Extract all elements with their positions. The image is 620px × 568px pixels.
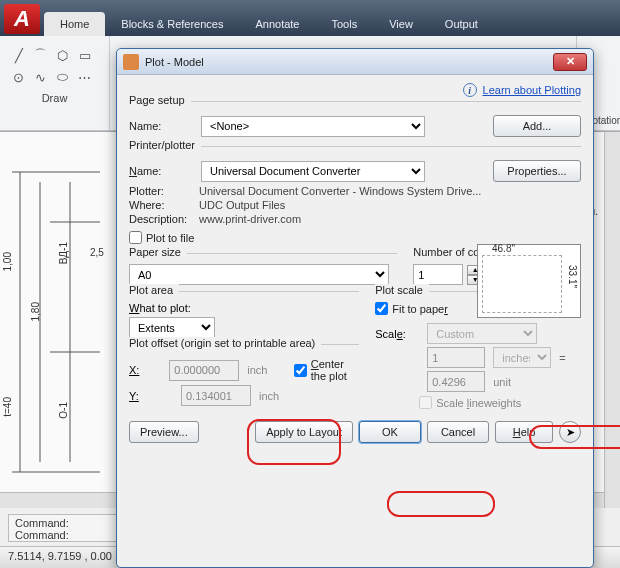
annotation-highlight [387,491,495,517]
ribbon-tab-home[interactable]: Home [44,12,105,36]
group-title: Paper size [129,246,187,258]
what-to-plot-select[interactable]: Extents [129,317,215,338]
group-title: Plot offset (origin set to printable are… [129,337,321,349]
paper-size-select[interactable]: A0 [129,264,389,285]
group-title: Plot scale [375,284,429,296]
copies-input[interactable] [413,264,463,285]
plot-to-file-checkbox[interactable] [129,231,142,244]
dialog-titlebar[interactable]: Plot - Model ✕ [117,49,593,75]
dialog-title: Plot - Model [145,56,553,68]
description-label: Description: [129,213,199,225]
group-title: Printer/plotter [129,139,201,151]
center-the-plot-checkbox[interactable] [294,364,307,377]
scale-unit-select: inches [493,347,551,368]
fit-to-paper-label: Fit to paper [392,303,448,315]
plot-to-file-label: Plot to file [146,232,194,244]
scale-select: Custom [427,323,537,344]
scale-label: Scale: [375,328,419,340]
ribbon-tab-view[interactable]: View [373,12,429,36]
learn-about-plotting-link[interactable]: Learn about Plotting [483,84,581,96]
status-coords: 7.5114, 9.7159 , 0.00 [8,550,112,562]
page-setup-name-select[interactable]: <None> [201,116,425,137]
plot-dialog: Plot - Model ✕ i Learn about Plotting Pa… [116,48,594,568]
scale-numerator-input [427,347,485,368]
preview-button[interactable]: Preview... [129,421,199,443]
close-button[interactable]: ✕ [553,53,587,71]
offset-y-input [181,385,251,406]
info-icon[interactable]: i [463,83,477,97]
printer-plotter-group: Printer/plotter Name: Universal Document… [129,146,581,253]
what-to-plot-label: What to plot: [129,302,359,314]
add-button[interactable]: Add... [493,115,581,137]
group-title: Page setup [129,94,191,106]
name-label: Name: [129,120,193,132]
description-value: www.print-driver.com [199,213,301,225]
ok-button[interactable]: OK [359,421,421,443]
printer-name-select[interactable]: Universal Document Converter [201,161,425,182]
offset-y-label: Y: [129,390,173,402]
ribbon-tab-tools[interactable]: Tools [316,12,374,36]
preview-height-label: 33.1'' [567,265,578,288]
help-button[interactable]: Help [495,421,553,443]
plotter-value: Universal Document Converter - Windows S… [199,185,481,197]
scale-denominator-input [427,371,485,392]
where-label: Where: [129,199,199,211]
scale-lineweights-checkbox [419,396,432,409]
properties-button[interactable]: Properties... [493,160,581,182]
printer-name-label: Name: [129,165,193,177]
dialog-icon [123,54,139,70]
cancel-button[interactable]: Cancel [427,421,489,443]
offset-x-label: X: [129,364,161,376]
offset-x-input [169,360,239,381]
offset-y-unit: inch [259,390,279,402]
app-logo[interactable]: A [4,4,40,34]
plotter-label: Plotter: [129,185,199,197]
ribbon-tab-output[interactable]: Output [429,12,494,36]
where-value: UDC Output Files [199,199,285,211]
apply-to-layout-button[interactable]: Apply to Layout [255,421,353,443]
unit-label: unit [493,376,511,388]
offset-x-unit: inch [247,364,267,376]
panel-draw-label: Draw [42,92,68,104]
group-title: Plot area [129,284,179,296]
expand-dialog-button[interactable]: ➤ [559,421,581,443]
preview-width-label: 46.8'' [492,243,515,254]
scrollbar-vertical[interactable] [604,132,620,508]
fit-to-paper-checkbox[interactable] [375,302,388,315]
ribbon-tab-annotate[interactable]: Annotate [239,12,315,36]
draw-tools[interactable]: ╱⌒⬡▭ ⊙∿⬭⋯ [0,40,110,92]
ribbon: A Home Blocks & References Annotate Tool… [0,0,620,36]
scale-lineweights-label: Scale lineweights [436,397,521,409]
ribbon-tab-blocks[interactable]: Blocks & References [105,12,239,36]
plot-offset-group: Plot offset (origin set to printable are… [129,344,359,415]
paper-preview: 46.8'' 33.1'' [477,244,581,318]
center-the-plot-label: Center the plot [311,358,359,382]
